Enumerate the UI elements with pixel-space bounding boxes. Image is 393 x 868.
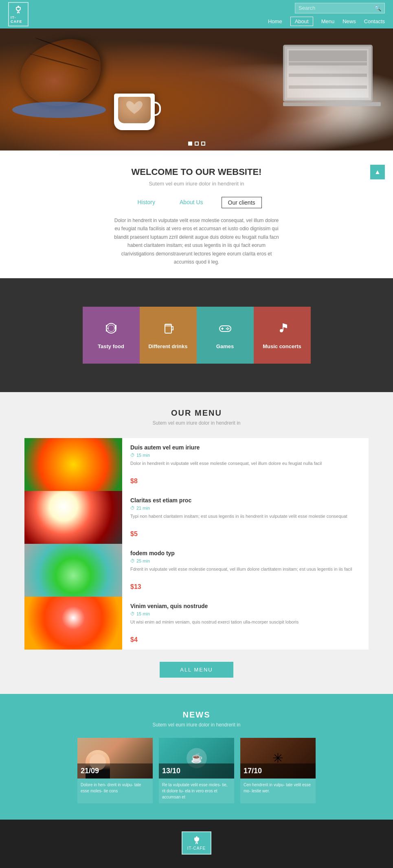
nav-links: Home About Menu News Contacts	[268, 17, 385, 26]
svg-point-21	[197, 843, 198, 844]
menu-items-list: Duis autem vel eum iriure ⏱ 15 min Dolor…	[24, 438, 369, 650]
tab-history[interactable]: History	[131, 197, 161, 208]
news-date-1: 21/09	[81, 767, 99, 775]
beer-icon	[161, 321, 176, 338]
list-item[interactable]: ✳ 17/10 Cen hendrerit in vulpu- tate vel…	[240, 738, 316, 803]
gamepad-icon	[218, 321, 233, 338]
news-date-overlay-2: 13/10	[159, 763, 234, 779]
menu-image-4	[24, 597, 122, 650]
welcome-title: WELCOME TO OUR WEBSITE!	[8, 167, 385, 177]
news-text-1: Dolore in hen- drerit in vulpu- tate ess…	[81, 782, 149, 794]
table-row: fodem modo typ ⏱ 25 min Fdrerit in vulpu…	[24, 544, 369, 597]
hero-coffee-area	[114, 94, 155, 130]
news-date-overlay-1: 21/09	[77, 763, 153, 779]
clock-icon-2: ⏱	[130, 506, 135, 510]
menu-content-4: Vinim veniam, quis nostrude ⏱ 15 min Ut …	[122, 597, 369, 650]
svg-point-3	[108, 325, 114, 331]
music-icon	[275, 321, 290, 338]
svg-line-9	[115, 327, 116, 331]
hero-dot-1[interactable]	[188, 142, 192, 146]
nav-about[interactable]: About	[290, 17, 313, 26]
menu-image-3	[24, 544, 122, 597]
menu-content-2: Claritas est etiam proc ⏱ 21 min Typi no…	[122, 491, 369, 544]
menu-item-2-title: Claritas est etiam proc	[130, 497, 360, 504]
back-to-top-button[interactable]: ▲	[370, 165, 385, 179]
menu-item-3-desc: Fdrerit in vulputate velit esse molestie…	[130, 566, 360, 581]
hero-dot-3[interactable]	[201, 142, 205, 146]
all-menu-button[interactable]: ALL MENU	[160, 662, 233, 678]
menu-section: OUR MENU Sutem vel eum iriure dolor in h…	[0, 392, 393, 694]
feature-games-label: Games	[216, 343, 234, 349]
search-icon[interactable]: 🔍	[374, 5, 381, 11]
tab-about-us[interactable]: About Us	[173, 197, 209, 208]
news-grid: 21/09 Dolore in hen- drerit in vulpu- ta…	[20, 738, 373, 803]
menu-item-3-title: fodem modo typ	[130, 550, 360, 556]
hero-dot-2[interactable]	[195, 142, 199, 146]
search-bar[interactable]: 🔍	[295, 3, 385, 13]
news-date-overlay-3: 17/10	[240, 763, 316, 779]
menu-item-1-title: Duis autem vel eum iriure	[130, 444, 360, 451]
nav-home[interactable]: Home	[268, 18, 282, 24]
logo-area: IT-CAFE	[8, 2, 29, 26]
feature-music-concerts[interactable]: Music concerts	[254, 307, 311, 364]
clock-icon-1: ⏱	[130, 453, 135, 458]
header-right: 🔍 Home About Menu News Contacts	[268, 3, 385, 26]
news-image-2: ☕ 13/10	[159, 738, 234, 779]
news-title: NEWS	[20, 710, 373, 720]
news-text-2: Re ta vulputate velit esse moles- tie, r…	[162, 782, 231, 800]
clock-icon-3: ⏱	[130, 558, 135, 563]
hero-dots	[188, 142, 205, 146]
menu-item-1-desc: Dolor in hendrerit in vulputate velit es…	[130, 460, 360, 475]
nav-menu[interactable]: Menu	[321, 18, 335, 24]
menu-item-1-price: $8	[130, 478, 360, 485]
news-date-2: 13/10	[162, 767, 180, 775]
logo-text: IT-CAFE	[11, 15, 26, 24]
hero-croissant-area	[20, 41, 102, 106]
footer-logo-text: IT-CAFE	[187, 846, 206, 851]
svg-point-16	[228, 328, 229, 329]
hero-laptop	[283, 45, 381, 106]
menu-item-2-desc: Typi non habent claritatem insitam; est …	[130, 513, 360, 528]
news-text-3: Cen hendrerit in vulpu- tate velit esse …	[244, 782, 312, 794]
list-item[interactable]: ☕ 13/10 Re ta vulputate velit esse moles…	[159, 738, 234, 803]
feature-different-drinks[interactable]: Different drinks	[140, 307, 197, 364]
table-row: Claritas est etiam proc ⏱ 21 min Typi no…	[24, 491, 369, 544]
footer-hero: IT-CAFE	[0, 820, 393, 868]
feature-tasty-food[interactable]: Tasty food	[83, 307, 140, 364]
menu-item-4-price: $4	[130, 636, 360, 643]
svg-point-18	[226, 328, 227, 329]
news-image-1: 21/09	[77, 738, 153, 779]
menu-title: OUR MENU	[24, 408, 369, 418]
search-input[interactable]	[299, 5, 372, 11]
news-content-1: Dolore in hen- drerit in vulpu- tate ess…	[77, 779, 153, 797]
feature-games[interactable]: Games	[197, 307, 254, 364]
news-content-2: Re ta vulputate velit esse moles- tie, r…	[159, 779, 234, 803]
plate-shape	[12, 102, 106, 118]
features-section: Tasty food Different drinks	[0, 278, 393, 392]
svg-point-15	[227, 327, 228, 329]
menu-subtitle: Sutem vel eum iriure dolor in hendrerit …	[24, 420, 369, 426]
feature-music-concerts-label: Music concerts	[263, 343, 301, 349]
menu-item-4-time: ⏱ 15 min	[130, 611, 360, 616]
menu-image-2	[24, 491, 122, 544]
footer-logo: IT-CAFE	[182, 831, 211, 857]
nav-news[interactable]: News	[343, 18, 356, 24]
svg-point-0	[17, 13, 18, 13]
nav-contacts[interactable]: Contacts	[364, 18, 385, 24]
feature-tasty-food-label: Tasty food	[98, 343, 124, 349]
news-content-3: Cen hendrerit in vulpu- tate velit esse …	[240, 779, 316, 797]
tabs-row: History About Us Our clients	[8, 197, 385, 208]
list-item[interactable]: 21/09 Dolore in hen- drerit in vulpu- ta…	[77, 738, 153, 803]
features-grid: Tasty food Different drinks	[83, 307, 311, 364]
menu-item-2-time: ⏱ 21 min	[130, 506, 360, 510]
news-image-3: ✳ 17/10	[240, 738, 316, 779]
news-subtitle: Sutem vel eum iriure dolor in hendrerit …	[20, 722, 373, 728]
menu-item-3-price: $13	[130, 583, 360, 591]
tab-our-clients[interactable]: Our clients	[222, 197, 262, 208]
svg-point-1	[19, 13, 20, 13]
menu-item-4-title: Vinim veniam, quis nostrude	[130, 603, 360, 609]
welcome-section: ▲ WELCOME TO OUR WEBSITE! Sutem vel eum …	[0, 150, 393, 278]
menu-item-4-desc: Ut wisi enim ad minim veniam, quis nostr…	[130, 619, 360, 634]
menu-content-3: fodem modo typ ⏱ 25 min Fdrerit in vulpu…	[122, 544, 369, 597]
croissant-shape	[15, 34, 107, 112]
